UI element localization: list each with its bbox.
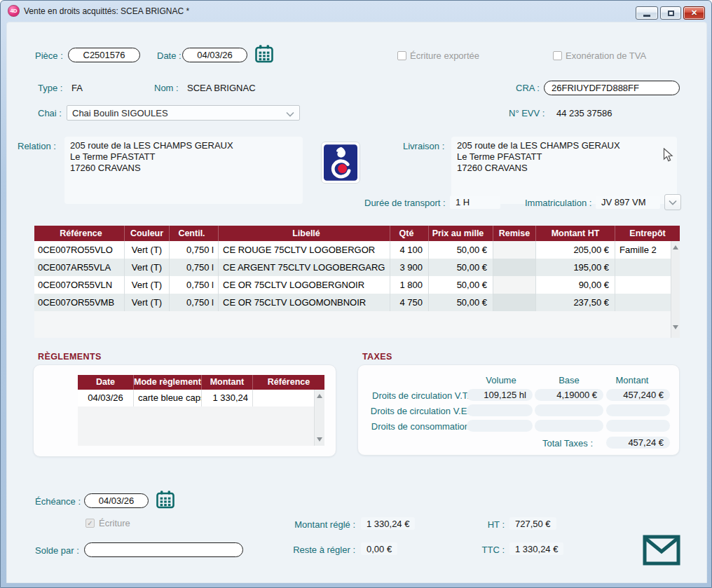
scroll-down-icon[interactable] (673, 325, 678, 329)
nom-label: Nom : (154, 83, 179, 93)
cell-entrepot: Famille 2 (615, 241, 671, 259)
reglements-table-body: 04/03/26 carte bleue capsu 1 330,24 (78, 390, 324, 446)
col-centil[interactable]: Centil. (170, 226, 219, 241)
cell-couleur: Vert (T) (125, 259, 170, 276)
chai-select[interactable]: Chai Boulin SIGOULES (67, 105, 300, 121)
cell-reference: 0CE007RO55VLO (34, 241, 125, 259)
cell-prix: 50,00 € (429, 294, 493, 311)
col-montant-ht[interactable]: Montant HT (536, 226, 615, 241)
immatriculation-dropdown-button[interactable] (664, 194, 681, 210)
window-title: Vente en droits acquittés: SCEA BRIGNAC … (24, 6, 189, 16)
reglements-table-header[interactable]: Date Mode règlement Montant Référence (78, 375, 324, 390)
cell-centil: 0,750 l (170, 259, 219, 276)
cell-reference: 0CE007AR55VLA (34, 259, 125, 276)
piece-input[interactable]: C2501576 (68, 48, 140, 62)
taxes-title: TAXES (362, 352, 392, 362)
cell-montant: 205,00 € (536, 241, 615, 259)
cell-centil: 0,750 l (170, 241, 219, 259)
lines-table: Référence Couleur Centil. Libellé Qté Pr… (34, 226, 680, 338)
immatriculation-value: JV 897 VM (596, 196, 660, 209)
tax-volume-value (467, 420, 533, 432)
immatriculation-label: Immatriculation : (525, 198, 591, 208)
col-couleur[interactable]: Couleur (125, 226, 170, 241)
col-entrepot[interactable]: Entrepôt (615, 226, 680, 241)
cra-input[interactable]: 26FRIUYDF7D888FF (544, 81, 680, 95)
type-value: FA (71, 83, 83, 93)
cell-centil: 0,750 l (170, 294, 219, 311)
relation-address: 205 route de la LES CHAMPS GERAUX Le Ter… (70, 140, 233, 174)
chai-selected-value: Chai Boulin SIGOULES (72, 108, 168, 118)
app-window: 4D Vente en droits acquittés: SCEA BRIGN… (0, 0, 712, 588)
col-mode[interactable]: Mode règlement (134, 375, 202, 390)
echeance-input[interactable]: 04/03/26 (84, 493, 149, 508)
relation-line-3: 17260 CRAVANS (70, 163, 233, 174)
cell-remise (493, 294, 536, 311)
mail-button[interactable] (643, 535, 680, 568)
scroll-down-icon[interactable] (317, 437, 322, 442)
tax-base-value: 4,19000 € (535, 389, 603, 401)
total-taxes-label: Total Taxes : (498, 438, 593, 449)
col-remise[interactable]: Remise (493, 226, 536, 241)
tax-row-label: Droits de consommation (364, 421, 470, 432)
relation-line-2: Le Terme PFASTATT (70, 151, 233, 163)
col-montant[interactable]: Montant (202, 375, 253, 390)
taxes-card: Volume Base Montant Droits de circulatio… (357, 364, 680, 456)
calendar-button[interactable] (254, 44, 274, 67)
scroll-up-icon[interactable] (317, 394, 322, 398)
col-date[interactable]: Date (78, 375, 134, 390)
date-input[interactable]: 04/03/26 (182, 48, 247, 62)
scroll-up-icon[interactable] (673, 245, 678, 249)
cell-libelle: CE OR 75CLTV LOGOMONBNOIR (219, 294, 390, 311)
lines-table-scrollbar[interactable] (671, 241, 680, 338)
col-reference[interactable]: Référence (253, 375, 324, 390)
titlebar[interactable]: 4D Vente en droits acquittés: SCEA BRIGN… (1, 1, 711, 22)
evv-value: 44 235 37586 (556, 108, 612, 118)
cell-couleur: Vert (T) (125, 241, 170, 259)
col-qte[interactable]: Qté (390, 226, 429, 241)
cell-couleur: Vert (T) (125, 294, 170, 311)
echeance-label: Échéance : (35, 496, 81, 507)
taxes-col-volume: Volume (466, 375, 536, 385)
table-row[interactable]: 0CE007OR55VMB Vert (T) 0,750 l CE OR 75C… (34, 294, 671, 311)
cell-reference: 0CE007OR55VLN (34, 276, 125, 294)
table-row[interactable]: 0CE007AR55VLA Vert (T) 0,750 l CE ARGENT… (34, 259, 671, 276)
reglements-table: Date Mode règlement Montant Référence 04… (78, 375, 324, 446)
reglements-title: RÈGLEMENTS (38, 352, 102, 362)
ecriture-checkbox[interactable]: ✓ (85, 519, 95, 528)
cell-couleur: Vert (T) (125, 276, 170, 294)
date-label: Date : (157, 50, 182, 61)
cursor-icon (663, 148, 673, 163)
lines-table-header[interactable]: Référence Couleur Centil. Libellé Qté Pr… (34, 226, 680, 241)
reste-a-regler-value: 0,00 € (361, 542, 397, 555)
cell-montant: 90,00 € (536, 276, 615, 294)
livraison-address: 205 route de la LES CHAMPS GERAUX Le Ter… (457, 140, 620, 174)
tax-row-label: Droits de circulation V.E. (364, 406, 470, 416)
exoneration-tva-checkbox[interactable] (553, 51, 562, 60)
ttc-value: 1 330,24 € (509, 542, 563, 555)
solde-par-input[interactable] (84, 542, 243, 557)
cell-qte: 4 100 (390, 241, 429, 259)
table-row[interactable]: 04/03/26 carte bleue capsu 1 330,24 (78, 390, 314, 406)
reglements-scrollbar[interactable] (314, 390, 324, 446)
table-row[interactable]: 0CE007RO55VLO Vert (T) 0,750 l CE ROUGE … (34, 241, 671, 259)
cell-prix: 50,00 € (429, 259, 493, 276)
wine-logo (321, 142, 360, 184)
tax-montant-value (606, 404, 670, 416)
ecriture-exportee-checkbox[interactable] (397, 51, 406, 60)
cell-prix: 50,00 € (429, 276, 493, 294)
maximize-button[interactable] (660, 6, 681, 20)
minimize-button[interactable] (636, 6, 658, 20)
col-libelle[interactable]: Libellé (219, 226, 390, 241)
cra-label: CRA : (516, 83, 540, 93)
cell-mode: carte bleue capsu (134, 390, 202, 406)
col-prix[interactable]: Prix au mille (429, 226, 493, 241)
chai-label: Chai : (38, 108, 62, 118)
taxes-col-montant: Montant (597, 375, 667, 385)
cell-centil: 0,750 l (170, 276, 219, 294)
table-row[interactable]: 0CE007OR55VLN Vert (T) 0,750 l CE OR 75C… (34, 276, 671, 294)
echeance-calendar-button[interactable] (156, 490, 175, 512)
close-button[interactable]: ✕ (683, 6, 705, 20)
tax-base-value (535, 404, 603, 416)
col-reference[interactable]: Référence (34, 226, 125, 241)
reglements-card: Date Mode règlement Montant Référence 04… (33, 364, 336, 457)
